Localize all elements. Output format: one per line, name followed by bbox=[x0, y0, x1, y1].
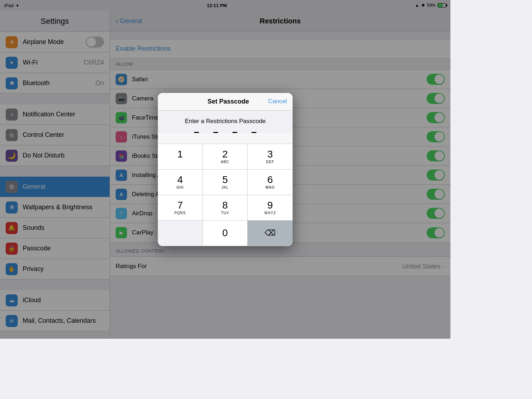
passcode-dot-4 bbox=[251, 132, 256, 133]
numpad-key-2[interactable]: 2 ABC bbox=[203, 144, 248, 170]
numpad-key-backspace[interactable]: ⌫ bbox=[248, 221, 293, 246]
passcode-prompt: Enter a Restrictions Passcode bbox=[164, 118, 287, 125]
passcode-dots bbox=[164, 132, 287, 133]
dialog-cancel-button[interactable]: Cancel bbox=[268, 98, 287, 105]
numpad-key-8[interactable]: 8 TUV bbox=[203, 195, 248, 221]
passcode-overlay: Set Passcode Cancel Enter a Restrictions… bbox=[0, 0, 450, 339]
numpad-key-1[interactable]: 1 bbox=[158, 144, 203, 170]
numpad-key-empty bbox=[158, 221, 203, 246]
numpad-key-3[interactable]: 3 DEF bbox=[248, 144, 293, 170]
passcode-dialog: Set Passcode Cancel Enter a Restrictions… bbox=[158, 93, 293, 246]
numpad-key-0[interactable]: 0 bbox=[203, 221, 248, 246]
dialog-title: Set Passcode bbox=[188, 98, 268, 105]
numpad-key-6[interactable]: 6 MNO bbox=[248, 170, 293, 195]
backspace-icon: ⌫ bbox=[265, 228, 276, 238]
numpad-key-4[interactable]: 4 GHI bbox=[158, 170, 203, 195]
numpad-key-7[interactable]: 7 PQRS bbox=[158, 195, 203, 221]
numpad: 1 2 ABC 3 DEF 4 GHI 5 JKL 6 MNO bbox=[158, 144, 293, 246]
dialog-body: Enter a Restrictions Passcode bbox=[158, 111, 293, 133]
dialog-header: Set Passcode Cancel bbox=[158, 93, 293, 111]
numpad-key-5[interactable]: 5 JKL bbox=[203, 170, 248, 195]
passcode-dot-3 bbox=[232, 132, 237, 133]
passcode-dot-2 bbox=[213, 132, 218, 133]
passcode-dot-1 bbox=[194, 132, 199, 133]
numpad-key-9[interactable]: 9 WXYZ bbox=[248, 195, 293, 221]
